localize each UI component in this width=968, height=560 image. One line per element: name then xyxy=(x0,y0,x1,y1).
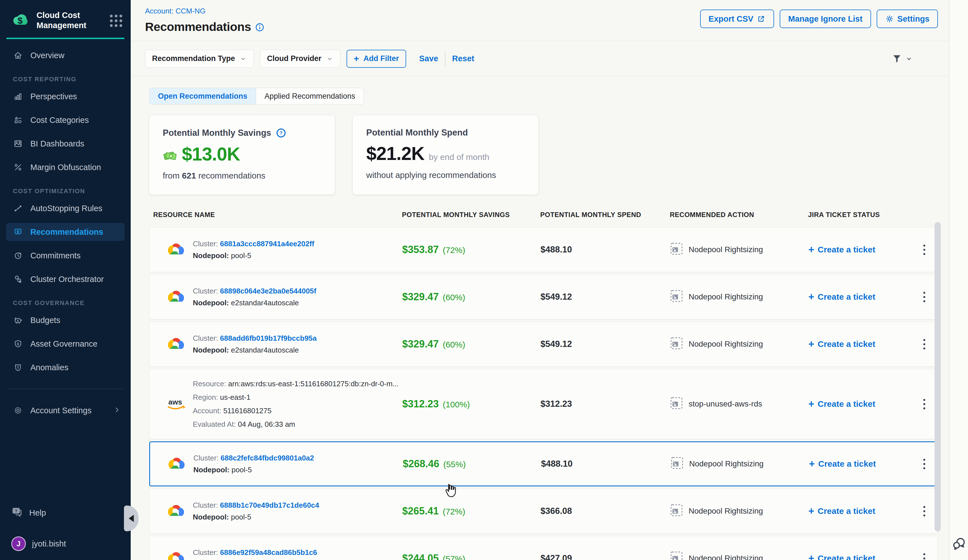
line-label: Resource: xyxy=(193,379,228,388)
row-menu-button[interactable] xyxy=(911,506,937,517)
sidebar: $ Cloud Cost Management OverviewCOST REP… xyxy=(0,0,131,560)
settings-button[interactable]: Settings xyxy=(877,10,938,28)
recommended-action: Nodepool Rightsizing xyxy=(670,242,808,257)
line-label: Region: xyxy=(193,393,220,401)
create-ticket-link[interactable]: + Create a ticket xyxy=(808,339,911,349)
sidebar-item-budgets[interactable]: $Budgets xyxy=(0,311,131,329)
sidebar-item-margin-obfuscation[interactable]: Margin Obfuscation xyxy=(0,158,131,176)
filter-bar: Recommendation Type Cloud Provider + Add… xyxy=(131,41,949,76)
row-menu-button[interactable] xyxy=(911,553,937,560)
right-rail xyxy=(949,0,968,560)
recommended-action: Nodepool Rightsizing xyxy=(670,504,808,519)
info-icon[interactable] xyxy=(255,23,265,33)
recommendations-page: { "app": { "title": "Cloud Cost Manageme… xyxy=(0,0,968,560)
resource-line: Evaluated At: 04 Aug, 06:33 am xyxy=(193,418,399,431)
add-filter-button[interactable]: + Add Filter xyxy=(346,50,406,68)
spend-value: $21.2K xyxy=(366,143,424,164)
resource-line: Nodepool: pool-5 xyxy=(193,511,319,523)
chevron-right-icon xyxy=(113,406,121,415)
money-icon xyxy=(163,148,177,163)
action-label: Nodepool Rightsizing xyxy=(689,459,764,468)
resource-line: Resource: arn:aws:rds:us-east-1:51161680… xyxy=(193,377,399,391)
sidebar-item-commitments[interactable]: Commitments xyxy=(0,247,131,265)
sidebar-item-recommendations[interactable]: Recommendations xyxy=(6,223,124,241)
row-savings-percent: (100%) xyxy=(443,400,470,409)
sidebar-item-autostopping-rules[interactable]: AutoStopping Rules xyxy=(0,199,131,217)
resource-details: Cluster: 6881a3ccc887941a4ee202ffNodepoo… xyxy=(193,238,314,262)
resource-center-chat-icon[interactable] xyxy=(952,537,966,552)
row-menu-button[interactable] xyxy=(911,339,937,350)
resource-link[interactable]: 6886e92f59a48cad86b5b1c6 xyxy=(220,548,317,557)
sidebar-item-bi-dashboards[interactable]: BI Dashboards xyxy=(0,135,131,152)
create-ticket-link[interactable]: + Create a ticket xyxy=(808,292,911,302)
resource-details: Cluster: 6888b1c70e49db17c1de60c4Nodepoo… xyxy=(193,499,319,523)
create-ticket-link[interactable]: + Create a ticket xyxy=(808,553,911,560)
resource-link[interactable]: 688add6fb019b17f9bccb95a xyxy=(220,334,317,342)
sidebar-item-anomalies[interactable]: Anomalies xyxy=(0,358,131,376)
table-row[interactable]: Cluster: 6888b1c70e49db17c1de60c4Nodepoo… xyxy=(149,489,938,533)
resource-link[interactable]: 6881a3ccc887941a4ee202ff xyxy=(220,240,314,248)
plus-icon: + xyxy=(808,507,814,515)
filter-cloud-provider[interactable]: Cloud Provider xyxy=(260,50,340,68)
sidebar-item-label: Perspectives xyxy=(30,92,77,101)
sidebar-item-asset-governance[interactable]: $Asset Governance xyxy=(0,335,131,353)
table-row[interactable]: Cluster: 688add6fb019b17f9bccb95aNodepoo… xyxy=(149,321,938,366)
create-ticket-link[interactable]: + Create a ticket xyxy=(808,399,911,409)
plus-icon: + xyxy=(808,400,814,408)
sidebar-item-cost-categories[interactable]: Cost Categories xyxy=(0,111,131,129)
app-switcher-icon[interactable] xyxy=(110,15,122,27)
filter-recommendation-type[interactable]: Recommendation Type xyxy=(145,50,254,68)
table-row[interactable]: Cluster: 688c2fefc84fbdc99801a0a2Nodepoo… xyxy=(149,441,938,486)
gcp-logo-icon xyxy=(165,241,187,258)
table-row[interactable]: Cluster: 6886e92f59a48cad86b5b1c6Nodepoo… xyxy=(149,536,938,560)
user-menu[interactable]: J jyoti.bisht xyxy=(0,535,131,553)
spend-subtext: without applying recommendations xyxy=(366,171,525,180)
sidebar-bottom: ? Help J jyoti.bisht xyxy=(0,504,131,553)
avatar: J xyxy=(11,537,26,551)
sidebar-item-account-settings[interactable]: Account Settings xyxy=(0,401,131,419)
row-menu-button[interactable] xyxy=(911,245,937,255)
create-ticket-link[interactable]: + Create a ticket xyxy=(809,459,912,469)
sidebar-item-overview[interactable]: Overview xyxy=(0,46,131,65)
recommended-action: stop-unused-aws-rds xyxy=(670,397,808,412)
main-content: Account: CCM-NG Recommendations Export C… xyxy=(131,0,949,560)
row-menu-button[interactable] xyxy=(912,459,937,469)
tab-open-recommendations[interactable]: Open Recommendations xyxy=(149,88,256,104)
rightsizing-action-icon xyxy=(670,504,683,519)
line-value: pool-5 xyxy=(232,466,252,474)
tab-applied-recommendations[interactable]: Applied Recommendations xyxy=(256,88,364,104)
create-ticket-link[interactable]: + Create a ticket xyxy=(808,506,911,516)
row-spend-value: $427.09 xyxy=(540,553,670,560)
reset-filter-button[interactable]: Reset xyxy=(452,54,474,63)
question-icon[interactable]: ? xyxy=(276,128,287,138)
breadcrumb-account-link[interactable]: Account: CCM-NG xyxy=(145,7,265,15)
manage-ignore-list-button[interactable]: Manage Ignore List xyxy=(780,10,871,28)
table-row[interactable]: Cluster: 68898c064e3e2ba0e544005fNodepoo… xyxy=(149,274,938,319)
col-recommended-action: RECOMMENDED ACTION xyxy=(670,211,808,219)
save-filter-button[interactable]: Save xyxy=(419,54,438,63)
resource-link[interactable]: 6888b1c70e49db17c1de60c4 xyxy=(220,501,319,509)
sidebar-item-cluster-orchestrator[interactable]: Cluster Orchestrator xyxy=(0,270,131,288)
recommendations-table: Cluster: 6881a3ccc887941a4ee202ffNodepoo… xyxy=(149,227,938,560)
sidebar-item-label: BI Dashboards xyxy=(30,139,85,148)
sidebar-item-label: Cluster Orchestrator xyxy=(30,275,104,284)
row-menu-button[interactable] xyxy=(911,292,937,302)
create-ticket-link[interactable]: + Create a ticket xyxy=(808,245,911,254)
line-value: pool-5 xyxy=(231,251,251,260)
resource-link[interactable]: 688c2fefc84fbdc99801a0a2 xyxy=(220,454,314,462)
export-csv-button[interactable]: Export CSV xyxy=(700,10,774,28)
table-row[interactable]: Cluster: 6881a3ccc887941a4ee202ffNodepoo… xyxy=(149,227,938,272)
gcp-logo-icon xyxy=(165,503,187,520)
sidebar-item-perspectives[interactable]: Perspectives xyxy=(0,88,131,105)
resource-link[interactable]: 68898c064e3e2ba0e544005f xyxy=(220,287,317,295)
row-menu-button[interactable] xyxy=(911,399,937,409)
table-row[interactable]: aws Resource: arn:aws:rds:us-east-1:5116… xyxy=(149,369,938,439)
row-savings-value: $329.47 xyxy=(402,338,439,350)
filter-panel-toggle[interactable] xyxy=(891,53,913,65)
line-label: Nodepool: xyxy=(193,251,231,260)
vertical-scrollbar-thumb[interactable] xyxy=(935,222,941,531)
col-resource-name: RESOURCE NAME xyxy=(149,211,402,219)
app-logo-row: $ Cloud Cost Management xyxy=(0,0,131,30)
chevron-down-icon xyxy=(326,55,333,62)
help-button[interactable]: ? Help xyxy=(0,504,131,522)
